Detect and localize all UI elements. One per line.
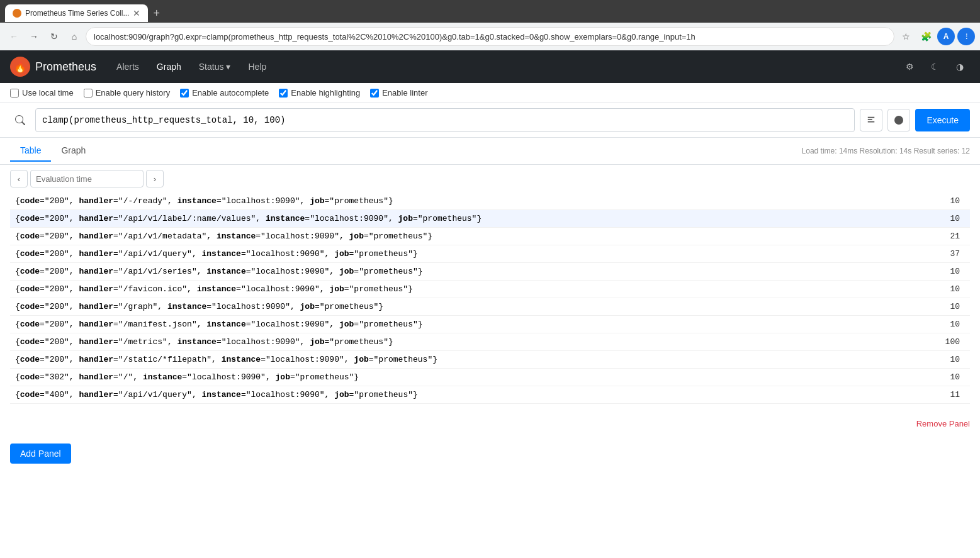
table-row: {code="200", handler="/manifest.json", i… (10, 316, 970, 333)
settings-icon-btn[interactable]: ⚙ (899, 57, 920, 77)
eval-time-input[interactable] (30, 170, 144, 187)
panel-meta: Load time: 14ms Resolution: 14s Result s… (802, 147, 970, 155)
enable-autocomplete-checkbox[interactable] (180, 89, 189, 98)
enable-highlighting-text: Enable highlighting (291, 88, 360, 98)
reload-button[interactable]: ↻ (45, 28, 63, 45)
enable-autocomplete-label[interactable]: Enable autocomplete (180, 88, 269, 98)
table-row: {code="200", handler="/api/v1/query", in… (10, 245, 970, 263)
enable-highlighting-checkbox[interactable] (279, 89, 288, 98)
brand-icon: 🔥 (10, 57, 30, 77)
value-cell: 100 (913, 333, 970, 351)
add-panel-button[interactable]: Add Panel (10, 444, 71, 464)
chevron-left-icon: ‹ (18, 174, 20, 184)
value-cell: 10 (913, 316, 970, 333)
metric-cell: {code="302", handler="/", instance="loca… (10, 369, 913, 386)
value-cell: 11 (913, 386, 970, 404)
table-row: {code="200", handler="/api/v1/metadata",… (10, 228, 970, 245)
enable-linter-text: Enable linter (382, 88, 427, 98)
globe-icon (894, 116, 903, 125)
profile-button[interactable]: A (937, 28, 955, 45)
table-row: {code="302", handler="/", instance="loca… (10, 369, 970, 386)
value-cell: 37 (913, 245, 970, 263)
metric-cell: {code="200", handler="/api/v1/metadata",… (10, 228, 913, 245)
query-input[interactable] (35, 108, 855, 132)
table-row: {code="200", handler="/api/v1/label/:nam… (10, 210, 970, 228)
forward-button[interactable]: → (25, 28, 43, 45)
enable-linter-checkbox[interactable] (370, 89, 379, 98)
tab-close-button[interactable]: ✕ (133, 8, 140, 18)
active-tab[interactable]: Prometheus Time Series Coll... ✕ (5, 4, 148, 22)
metric-cell: {code="200", handler="/manifest.json", i… (10, 316, 913, 333)
enable-query-history-text: Enable query history (96, 88, 171, 98)
table-row: {code="200", handler="/static/*filepath"… (10, 351, 970, 369)
value-cell: 10 (913, 298, 970, 316)
table-row: {code="200", handler="/favicon.ico", ins… (10, 281, 970, 298)
search-icon-button[interactable] (10, 110, 30, 130)
eval-time-next-button[interactable]: › (146, 170, 164, 187)
metric-cell: {code="200", handler="/static/*filepath"… (10, 351, 913, 369)
enable-query-history-label[interactable]: Enable query history (84, 88, 171, 98)
panel-header: Table Graph Load time: 14ms Resolution: … (0, 138, 980, 165)
use-local-time-checkbox[interactable] (10, 89, 19, 98)
eval-time-bar: ‹ › (10, 165, 970, 193)
app-container: 🔥 Prometheus Alerts Graph Status ▾ Help … (0, 50, 980, 558)
back-button[interactable]: ← (5, 28, 23, 45)
use-local-time-label[interactable]: Use local time (10, 88, 74, 98)
nav-graph[interactable]: Graph (149, 57, 189, 77)
value-cell: 10 (913, 263, 970, 281)
metrics-explorer-button[interactable] (887, 109, 910, 131)
metric-cell: {code="200", handler="/graph", instance=… (10, 298, 913, 316)
panel-content: ‹ › {code="200", handler="/-/ready", ins… (0, 165, 980, 414)
tab-favicon (13, 9, 21, 18)
execute-button[interactable]: Execute (915, 109, 970, 131)
metric-cell: {code="400", handler="/api/v1/query", in… (10, 386, 913, 404)
value-cell: 21 (913, 228, 970, 245)
table-row: {code="200", handler="/metrics", instanc… (10, 333, 970, 351)
enable-autocomplete-text: Enable autocomplete (192, 88, 269, 98)
navbar: 🔥 Prometheus Alerts Graph Status ▾ Help … (0, 50, 980, 83)
panel-tabs: Table Graph (10, 140, 96, 162)
table-row: {code="400", handler="/api/v1/query", in… (10, 386, 970, 404)
nav-help[interactable]: Help (240, 57, 274, 77)
add-panel-section: Add Panel (0, 433, 980, 474)
home-button[interactable]: ⌂ (65, 28, 83, 45)
enable-highlighting-label[interactable]: Enable highlighting (279, 88, 360, 98)
bookmark-button[interactable]: ☆ (897, 28, 915, 45)
value-cell: 10 (913, 281, 970, 298)
value-cell: 10 (913, 210, 970, 228)
new-tab-button[interactable]: + (153, 7, 160, 20)
remove-panel-button[interactable]: Remove Panel (916, 419, 970, 428)
menu-button[interactable]: ⋮ (957, 28, 975, 45)
tab-table[interactable]: Table (10, 140, 51, 162)
eval-time-prev-button[interactable]: ‹ (10, 170, 28, 187)
extensions-button[interactable]: 🧩 (917, 28, 935, 45)
nav-alerts[interactable]: Alerts (109, 57, 147, 77)
theme-icon-btn[interactable]: ☾ (925, 57, 945, 77)
table-row: {code="200", handler="/api/v1/series", i… (10, 263, 970, 281)
enable-linter-label[interactable]: Enable linter (370, 88, 427, 98)
brand-link[interactable]: 🔥 Prometheus (10, 57, 96, 77)
format-button[interactable] (860, 109, 882, 131)
enable-query-history-checkbox[interactable] (84, 89, 93, 98)
nav-links: Alerts Graph Status ▾ Help (109, 57, 274, 77)
tab-title: Prometheus Time Series Coll... (25, 9, 129, 18)
halfcircle-icon-btn[interactable]: ◑ (950, 57, 970, 77)
chevron-down-icon: ▾ (226, 62, 230, 72)
use-local-time-text: Use local time (22, 88, 74, 98)
query-bar: Execute (0, 103, 980, 138)
navbar-right: ⚙ ☾ ◑ (899, 57, 970, 77)
chevron-right-icon: › (154, 174, 156, 184)
format-icon (867, 116, 876, 125)
metric-cell: {code="200", handler="/api/v1/label/:nam… (10, 210, 913, 228)
table-row: {code="200", handler="/graph", instance=… (10, 298, 970, 316)
nav-status-dropdown[interactable]: Status ▾ (191, 57, 239, 77)
brand-name: Prometheus (35, 60, 96, 74)
table-row: {code="200", handler="/-/ready", instanc… (10, 193, 970, 210)
address-bar[interactable] (86, 27, 894, 46)
metric-cell: {code="200", handler="/api/v1/series", i… (10, 263, 913, 281)
tab-graph[interactable]: Graph (51, 140, 96, 162)
metric-cell: {code="200", handler="/-/ready", instanc… (10, 193, 913, 210)
panel-footer: Remove Panel (0, 414, 980, 433)
metric-cell: {code="200", handler="/api/v1/query", in… (10, 245, 913, 263)
results-table: {code="200", handler="/-/ready", instanc… (10, 193, 970, 404)
